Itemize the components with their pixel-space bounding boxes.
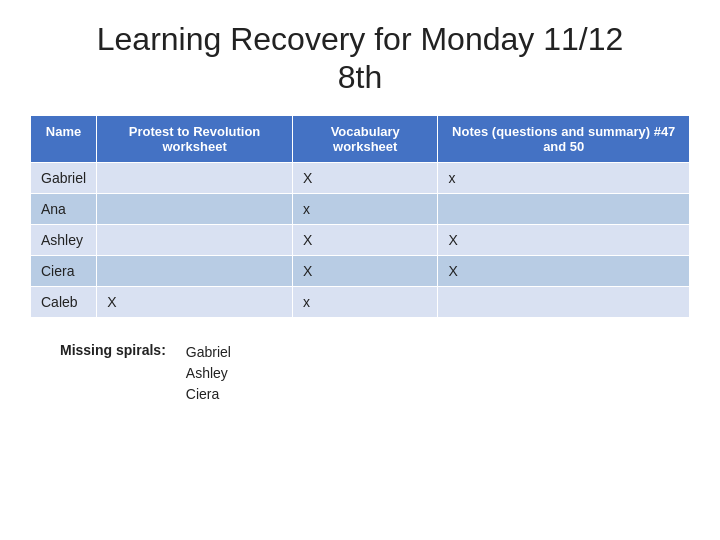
table-cell-col1: X — [97, 286, 293, 317]
table-cell-col2: X — [293, 255, 438, 286]
table-cell-col3: x — [438, 162, 690, 193]
table-row: AshleyXX — [31, 224, 690, 255]
table-cell-col2: x — [293, 193, 438, 224]
col-header-protest: Protest to Revolution worksheet — [97, 115, 293, 162]
table-cell-name: Ciera — [31, 255, 97, 286]
table-cell-col2: X — [293, 162, 438, 193]
table-cell-col3 — [438, 286, 690, 317]
table-row: GabrielXx — [31, 162, 690, 193]
table-cell-name: Ashley — [31, 224, 97, 255]
col-header-vocabulary: Vocabulary worksheet — [293, 115, 438, 162]
table-cell-name: Caleb — [31, 286, 97, 317]
table-cell-col3: X — [438, 224, 690, 255]
missing-names: GabrielAshleyCiera — [186, 342, 231, 405]
table-cell-col2: x — [293, 286, 438, 317]
missing-section: Missing spirals: GabrielAshleyCiera — [30, 342, 690, 405]
missing-label: Missing spirals: — [60, 342, 166, 405]
table-cell-col3 — [438, 193, 690, 224]
table-cell-name: Ana — [31, 193, 97, 224]
table-cell-col1 — [97, 162, 293, 193]
col-header-notes: Notes (questions and summary) #47 and 50 — [438, 115, 690, 162]
table-cell-col1 — [97, 193, 293, 224]
table-cell-col1 — [97, 224, 293, 255]
table-cell-col1 — [97, 255, 293, 286]
col-header-name: Name — [31, 115, 97, 162]
table-cell-col2: X — [293, 224, 438, 255]
table-cell-name: Gabriel — [31, 162, 97, 193]
table-cell-col3: X — [438, 255, 690, 286]
recovery-table: Name Protest to Revolution worksheet Voc… — [30, 115, 690, 318]
table-row: Anax — [31, 193, 690, 224]
page-title: Learning Recovery for Monday 11/12 8th — [30, 20, 690, 97]
table-row: CieraXX — [31, 255, 690, 286]
table-row: CalebXx — [31, 286, 690, 317]
